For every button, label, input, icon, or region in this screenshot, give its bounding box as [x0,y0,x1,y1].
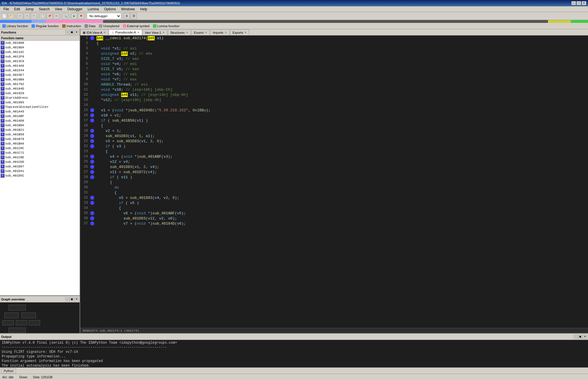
graph-float-btn[interactable]: □ [65,297,69,301]
tab-hex-view-1-close[interactable]: ✕ [162,31,165,34]
menu-edit[interactable]: Edit [12,7,22,12]
line-dot-31 [90,191,94,195]
func-item-sub401C72[interactable]: f sub_401C72 [0,151,80,155]
line-num-3: 3 [80,46,90,50]
output-maximize-btn[interactable]: ▣ [578,335,582,339]
func-item-sub401A45[interactable]: f sub_401A45 [0,109,80,114]
tb-search[interactable]: 🔍 [62,13,68,19]
output-content[interactable]: IDAPython v7.4.0 final (serial 0) (c) Th… [0,340,588,367]
close-button[interactable]: ✕ [582,1,586,5]
tb-back[interactable]: ← [17,13,23,19]
line-dot-20 [90,134,94,138]
tb-paste[interactable]: 📌 [46,13,53,19]
func-item-sub401D41[interactable]: f sub_401D41 [0,169,80,173]
func-item-sub401ABF[interactable]: f sub_401ABF [0,114,80,118]
func-item-sub401AD6[interactable]: f sub_401AD6 [0,118,80,123]
output-close-btn[interactable]: ✕ [583,335,587,339]
func-item-sub401920[interactable]: f sub_401920 [0,91,80,96]
tb-copy[interactable]: 📋 [40,13,46,19]
tb-forward[interactable]: → [24,13,30,19]
menu-search[interactable]: Search [36,7,52,12]
tab-pseudocode-a[interactable]: ⚠ Pseudocode-A ✕ [109,29,142,35]
status-au-value: idle [9,375,13,379]
menu-view[interactable]: View [52,7,64,12]
output-float-btn[interactable]: □ [574,335,578,339]
func-item-sub401544[interactable]: f sub_401544 [0,68,80,73]
tab-ida-view-a[interactable]: ▦ IDA View-A ✕ [80,29,108,35]
tab-imports[interactable]: Imports ✕ [210,29,229,35]
graph-maximize-btn[interactable]: ▣ [70,297,74,301]
func-item-sub4016B9[interactable]: f sub_4016B9 [0,77,80,82]
tb-open[interactable]: 📂 [8,13,14,19]
code-line-30: 30 do [80,185,588,190]
tab-structures[interactable]: Structures ✕ [168,29,191,35]
menu-lumina[interactable]: Lumina [85,7,101,12]
func-item-sub401B21[interactable]: f sub_401B21 [0,128,80,132]
graph-close-btn[interactable]: ✕ [74,297,78,301]
functions-float-btn[interactable]: □ [65,30,69,34]
func-item-sub401D5C[interactable]: f sub_401D5C [0,173,80,178]
func-item-StartAddress[interactable]: f StartAddress [0,96,80,100]
tab-hex-view-1[interactable]: Hex View-1 ✕ [143,29,167,35]
functions-maximize-btn[interactable]: ▣ [70,30,74,34]
python-tab[interactable]: Python [1,368,16,373]
func-item-sub401C9E[interactable]: f sub_401C9E [0,155,80,160]
func-item-sub401BA6[interactable]: f sub_401BA6 [0,141,80,146]
tab-exports-close[interactable]: ✕ [244,31,247,34]
function-name-label: Function name [1,36,23,40]
line-content-2: { [95,41,588,45]
tab-exports[interactable]: Exports ✕ [230,29,249,35]
code-view[interactable]: 1 int __cdecl sub_402174(int a1) 2 { 3 v… [80,35,588,328]
tb-run[interactable]: ▶ [71,13,77,19]
functions-list[interactable]: f sub_401000 f sub_4010DA f sub_4011AC f… [0,41,80,295]
func-item-sub401995[interactable]: f sub_401995 [0,100,80,105]
legend-lumina-label: Lumina function [157,24,180,28]
func-item-sub401B50[interactable]: f sub_401B50 [0,132,80,137]
menu-debugger[interactable]: Debugger [65,7,85,12]
func-item-sub401000[interactable]: f sub_401000 [0,41,80,45]
func-icon-sub401544: f [1,68,5,72]
func-item-sub401C0C[interactable]: f sub_401C0C [0,146,80,151]
func-item-TopLevelExceptionFilter[interactable]: f TopLevelExceptionFilter [0,105,80,109]
func-item-sub401CDD[interactable]: f sub_401CDD [0,160,80,164]
minimize-button[interactable]: — [571,1,576,5]
tb-up[interactable]: ↑ [31,13,37,19]
tab-ida-view-a-close[interactable]: ✕ [103,31,106,34]
func-item-sub4015E7[interactable]: f sub_4015E7 [0,73,80,77]
functions-title: Functions [1,31,16,34]
maximize-button[interactable]: □ [577,1,581,5]
tb-cut[interactable]: ✂ [53,13,60,19]
menu-file[interactable]: File [1,7,11,12]
tb-extra1[interactable]: ⚙ [124,13,130,19]
tab-pseudocode-a-close[interactable]: ✕ [137,31,139,34]
tab-enums[interactable]: Enums ✕ [191,29,210,35]
func-item-sub401782[interactable]: f sub_401782 [0,82,80,86]
tb-extra2[interactable]: ☰ [131,13,137,19]
tab-structures-close[interactable]: ✕ [186,31,188,34]
func-item-sub4013C9[interactable]: f sub_4013C9 [0,59,80,64]
func-item-sub4014A6[interactable]: f sub_4014A6 [0,64,80,68]
functions-close-btn[interactable]: ✕ [74,30,78,34]
code-line-12: 12 unsigned int v11; // [esp+14h] [ebp-8… [80,92,588,97]
menu-jump[interactable]: Jump [23,7,36,12]
tab-enums-close[interactable]: ✕ [205,31,207,34]
func-item-sub40184D[interactable]: f sub_40184D [0,86,80,91]
menu-options[interactable]: Options [102,7,118,12]
func-item-sub4012F0[interactable]: f sub_4012F0 [0,54,80,59]
func-item-sub4011AC[interactable]: f sub_4011AC [0,50,80,54]
line-content-4: unsigned int v2; // ebx [95,52,588,56]
func-icon-sub401B0A: f [1,123,5,127]
debugger-dropdown[interactable]: No debugger [87,13,121,19]
func-item-sub401D07[interactable]: f sub_401D07 [0,164,80,169]
tab-imports-close[interactable]: ✕ [225,31,227,34]
tb-stop[interactable]: ■ [78,13,84,19]
nav-seg-yellow [548,20,571,23]
tb-new[interactable]: 📄 [1,13,7,19]
menu-help[interactable]: Help [138,7,150,12]
func-item-sub4010DA[interactable]: f sub_4010DA [0,45,80,50]
graph-canvas[interactable] [0,302,80,333]
func-item-sub401B0A[interactable]: f sub_401B0A [0,123,80,128]
func-item-sub401B79[interactable]: f sub_401B79 [0,137,80,141]
status-down: Down [19,375,27,379]
menu-windows[interactable]: Windows [119,7,137,12]
